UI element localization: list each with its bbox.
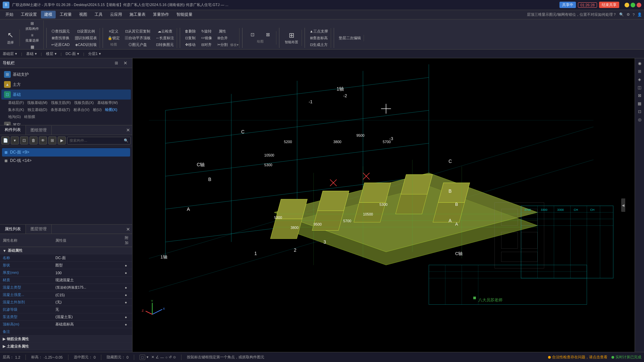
draw-dropdown-icon[interactable]: ▾ bbox=[147, 355, 149, 359]
prop-value-concrete-strength[interactable]: (C15) bbox=[53, 291, 122, 299]
sublayer-dropdown-icon[interactable]: ▾ bbox=[99, 52, 101, 56]
prop-value-name[interactable]: DC-面 bbox=[53, 254, 122, 262]
filter-select-button[interactable]: ▦按属性选择 bbox=[22, 44, 43, 50]
sub-foundation-f[interactable]: 基础层(F) bbox=[7, 100, 25, 106]
delete-button[interactable]: 🗑删除 bbox=[183, 28, 198, 35]
user-icon[interactable]: 👤 bbox=[637, 12, 642, 17]
menu-smart-extract[interactable]: 智能提量 bbox=[173, 11, 196, 18]
rt-btn-2[interactable]: ⊞ bbox=[636, 68, 643, 75]
prop-value-concrete-type[interactable]: (泵送砼(坍落度175... bbox=[53, 284, 122, 291]
comp-view-button[interactable]: 👁 bbox=[39, 136, 47, 144]
menu-tools[interactable]: 工具 bbox=[91, 11, 106, 18]
rt-btn-7[interactable]: ⊡ bbox=[636, 108, 643, 115]
prop-group-rebar[interactable]: ▶ 钢筋业务属性 bbox=[0, 336, 132, 343]
nav-earthwork[interactable]: ▲ 土方 bbox=[1, 79, 131, 89]
sub-isolated-d[interactable]: 独立基础(D) bbox=[26, 107, 49, 113]
split-button[interactable]: ✂分割 bbox=[215, 42, 230, 48]
cloud-check-button[interactable]: ☁云检查 bbox=[154, 28, 176, 35]
maximize-button[interactable] bbox=[631, 3, 635, 7]
menu-model[interactable]: 建模 bbox=[41, 11, 56, 18]
draw-rect-icon[interactable]: □ bbox=[140, 355, 145, 360]
snap-icon[interactable]: ✕ bbox=[151, 355, 154, 359]
circle-icon[interactable]: ○ bbox=[165, 355, 168, 359]
copy-button[interactable]: ⊡复制 bbox=[183, 35, 198, 41]
prop-group-civil[interactable]: ▶ 土建业务属性 bbox=[0, 343, 132, 350]
smart-place-button[interactable]: ⊞ 智能布置 bbox=[282, 30, 301, 46]
rt-btn-8[interactable]: ◎ bbox=[636, 116, 643, 123]
prop-extra-pump-type[interactable]: ● bbox=[122, 313, 132, 321]
prop-extra-top-height[interactable]: ● bbox=[122, 321, 132, 328]
prop-panel-close[interactable]: ✕ bbox=[124, 226, 132, 233]
prop-value-seepage[interactable]: 无 bbox=[53, 306, 122, 313]
menu-construction[interactable]: 施工量表 bbox=[126, 11, 149, 18]
comp-search-box[interactable]: 搜索构件... 🔍 bbox=[67, 137, 131, 144]
prop-value-pump-type[interactable]: (混凝土泵) bbox=[53, 313, 122, 321]
rt-btn-4[interactable]: ◫ bbox=[636, 84, 643, 91]
status-warning[interactable]: 合法性检查存在问题，请点击查看 bbox=[548, 355, 607, 360]
sub-strip-t[interactable]: 条形基础(T) bbox=[49, 107, 71, 113]
comp-item-dc-line[interactable]: DC-线 <14> bbox=[2, 157, 130, 165]
angle-icon[interactable]: ∠ bbox=[156, 355, 159, 359]
prop-value-material[interactable]: 现浇混凝土 bbox=[53, 277, 122, 284]
menu-quantity[interactable]: 工程量 bbox=[56, 11, 75, 18]
tab-prop-list[interactable]: 属性列表 bbox=[0, 225, 26, 234]
floor-dropdown-icon[interactable]: ▾ bbox=[55, 52, 57, 56]
sub-waterhole-k[interactable]: 集水坑(K) bbox=[7, 107, 25, 113]
comp-settings-button[interactable]: ⊞ bbox=[48, 136, 56, 144]
sub-pile-u[interactable]: 桩(U) bbox=[92, 107, 103, 113]
prop-extra-thickness[interactable]: ● bbox=[122, 269, 132, 277]
nav-panel-close[interactable]: ✕ bbox=[121, 60, 129, 66]
prop-extra-concrete-strength[interactable]: ● bbox=[122, 291, 132, 299]
menu-start[interactable]: 开始 bbox=[2, 11, 17, 18]
menu-settings[interactable]: 工程设置 bbox=[17, 11, 40, 18]
mirror-button[interactable]: ⇔镜像 bbox=[199, 35, 214, 41]
nav-panel-toggle[interactable]: ⊞ bbox=[113, 60, 120, 66]
settings-icon[interactable]: ⚙ bbox=[627, 12, 630, 17]
sub-slab-neg-x[interactable]: 筏板负筋(X) bbox=[73, 100, 95, 106]
check-height-button[interactable]: ⊞查改标高 bbox=[308, 35, 330, 41]
sub-ditch-g[interactable]: 地沟(G) bbox=[7, 114, 22, 120]
prop-extra-additive[interactable]: ● bbox=[122, 299, 132, 306]
prop-label-concrete-strength[interactable]: 混凝土强度... bbox=[0, 291, 53, 299]
point-icon[interactable]: ⊙ bbox=[173, 355, 176, 359]
comp-delete-button[interactable]: 🗑 bbox=[30, 136, 38, 144]
menu-view[interactable]: 视图 bbox=[76, 11, 91, 18]
find-circle-button[interactable]: ◎查找圆元 bbox=[49, 28, 72, 35]
close-button[interactable] bbox=[637, 3, 641, 7]
length-mark-button[interactable]: ↔长度标注 bbox=[154, 35, 176, 41]
set-ratio-button[interactable]: ⊡设置比例 bbox=[73, 28, 99, 35]
sublayer-selector[interactable]: 分层1 ▾ bbox=[88, 51, 101, 56]
properties-button[interactable]: 属性 bbox=[215, 28, 230, 35]
sub-slab-foundation-m[interactable]: 筏板基础(M) bbox=[26, 100, 49, 106]
dc-dropdown-icon[interactable]: ▾ bbox=[77, 52, 79, 56]
auto-floor-button[interactable]: ▥自动平齐顶板 bbox=[123, 35, 153, 41]
comp-more-button[interactable]: ▶ bbox=[58, 136, 66, 144]
cad-identify-button[interactable]: ◈CAD识别项 bbox=[73, 42, 99, 48]
rt-btn-6[interactable]: ▦ bbox=[636, 100, 643, 107]
define-button[interactable]: ≡定义 bbox=[106, 28, 122, 35]
floor-second-edit-button[interactable]: 垫层二次编辑 bbox=[337, 35, 363, 41]
grab-component-button[interactable]: ⊞抓取构件 bbox=[22, 20, 43, 32]
rt-btn-1[interactable]: ◉ bbox=[636, 60, 643, 67]
rotate-button[interactable]: ↻旋转 bbox=[199, 28, 214, 35]
tab-component-list[interactable]: 构件列表 bbox=[0, 125, 26, 135]
comp-dropdown-button[interactable]: ▾ bbox=[11, 136, 19, 144]
convert-floor-button[interactable]: ⊡转换图元 bbox=[154, 42, 176, 48]
menu-cloud[interactable]: 云应用 bbox=[107, 11, 125, 18]
prop-label-pump-type[interactable]: 泵送类型 bbox=[0, 313, 53, 321]
prop-value-note[interactable] bbox=[53, 328, 122, 336]
circle-disk-button[interactable]: ◎图元户盘 bbox=[123, 42, 153, 48]
three-support-button[interactable]: ▲三点支撑 bbox=[308, 28, 330, 35]
arc-icon[interactable]: ↺ bbox=[169, 355, 172, 359]
dash-icon[interactable]: — bbox=[160, 355, 164, 359]
prop-value-top-height[interactable]: 基础底标高 bbox=[53, 321, 122, 328]
sub-pile-platform-v[interactable]: 桩承台(V) bbox=[72, 107, 91, 113]
prop-label-concrete-type[interactable]: 混凝土类型 bbox=[0, 284, 53, 291]
prop-label-additive[interactable]: 混凝土外加剂 bbox=[0, 299, 53, 306]
search-help-icon[interactable]: 🔍 bbox=[619, 12, 624, 17]
layer-selector[interactable]: 基础层 ▾ bbox=[3, 51, 17, 56]
gen-cube-button[interactable]: ⊡生成土方 bbox=[308, 42, 330, 48]
comp-item-dc-face[interactable]: DC-面 <9> bbox=[2, 148, 130, 157]
prop-value-thickness[interactable]: 100 bbox=[53, 269, 122, 277]
align-button[interactable]: ⊟对齐 bbox=[199, 42, 214, 48]
